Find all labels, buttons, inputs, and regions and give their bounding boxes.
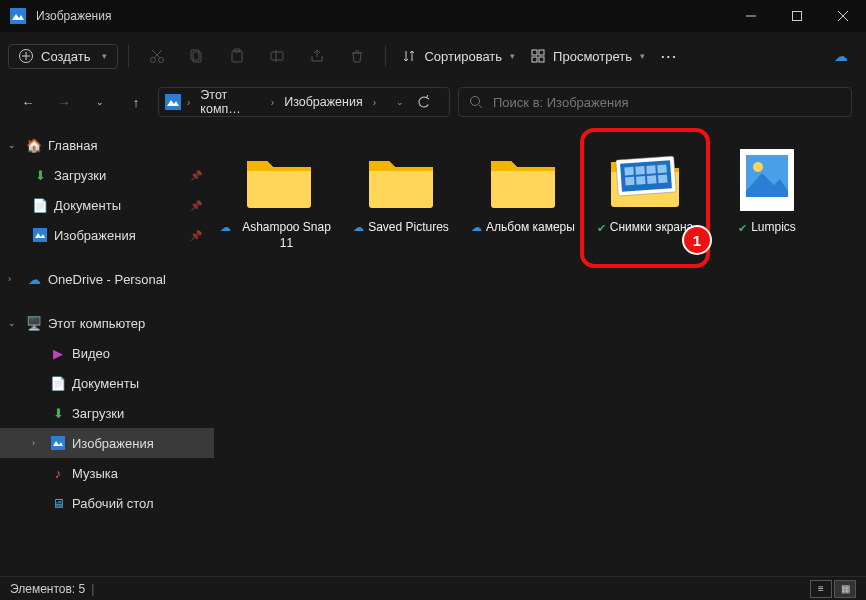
pin-icon: 📌 <box>190 170 202 181</box>
tree-label: Документы <box>54 198 121 213</box>
sort-label: Сортировать <box>424 49 502 64</box>
tree-label: Изображения <box>72 436 154 451</box>
search-input[interactable] <box>493 95 841 110</box>
svg-rect-35 <box>647 175 657 184</box>
svg-rect-16 <box>271 52 283 60</box>
crumb-pictures[interactable]: Изображения <box>280 93 367 111</box>
delete-icon[interactable] <box>339 38 375 74</box>
pictures-icon <box>32 227 48 243</box>
folder-thumb-icon <box>597 140 693 220</box>
view-button[interactable]: Просмотреть ▾ <box>525 45 651 68</box>
breadcrumb-bar[interactable]: › Этот комп… › Изображения › ⌄ <box>158 87 450 117</box>
tree-onedrive[interactable]: › ☁ OneDrive - Personal <box>0 264 214 294</box>
forward-button[interactable]: → <box>50 88 78 116</box>
svg-point-39 <box>753 162 763 172</box>
folder-icon <box>231 140 327 220</box>
crumb-separator[interactable]: › <box>185 97 192 108</box>
copy-icon[interactable] <box>179 38 215 74</box>
item-label: Альбом камеры <box>486 220 575 236</box>
minimize-button[interactable] <box>728 0 774 32</box>
folder-ashampoo[interactable]: ☁Ashampoo Snap 11 <box>220 140 338 251</box>
cloud-status-icon: ☁ <box>471 220 482 234</box>
svg-rect-18 <box>532 50 537 55</box>
chevron-right-icon[interactable]: › <box>8 274 20 284</box>
sort-icon <box>402 49 416 63</box>
close-button[interactable] <box>820 0 866 32</box>
cut-icon[interactable] <box>139 38 175 74</box>
folder-saved-pictures[interactable]: ☁Saved Pictures <box>342 140 460 251</box>
svg-point-23 <box>471 97 480 106</box>
item-label: Saved Pictures <box>368 220 449 236</box>
document-icon: 📄 <box>50 375 66 391</box>
tree-pictures[interactable]: Изображения 📌 <box>0 220 214 250</box>
rename-icon[interactable] <box>259 38 295 74</box>
paste-icon[interactable] <box>219 38 255 74</box>
tree-documents[interactable]: 📄 Документы 📌 <box>0 190 214 220</box>
svg-point-8 <box>151 58 156 63</box>
svg-line-11 <box>152 50 160 58</box>
chevron-right-icon[interactable]: › <box>32 438 44 448</box>
address-row: ← → ⌄ ↑ › Этот комп… › Изображения › ⌄ <box>0 80 866 124</box>
tree-pictures2[interactable]: › Изображения <box>0 428 214 458</box>
download-icon: ⬇ <box>50 405 66 421</box>
cloud-status-icon: ☁ <box>353 220 364 234</box>
crumb-separator[interactable]: › <box>371 97 378 108</box>
svg-rect-25 <box>33 228 47 242</box>
tree-home[interactable]: ⌄ 🏠 Главная <box>0 130 214 160</box>
recent-button[interactable]: ⌄ <box>86 88 114 116</box>
new-button[interactable]: Создать ▾ <box>8 44 118 69</box>
svg-rect-30 <box>635 166 645 175</box>
back-button[interactable]: ← <box>14 88 42 116</box>
refresh-button[interactable] <box>417 95 443 109</box>
onedrive-status-icon[interactable]: ☁ <box>834 48 848 64</box>
tree-documents2[interactable]: › 📄 Документы <box>0 368 214 398</box>
file-lumpics[interactable]: ✔Lumpics <box>708 140 826 251</box>
more-button[interactable]: ··· <box>655 45 684 68</box>
app-icon <box>10 8 26 24</box>
icons-view-button[interactable]: ▦ <box>834 580 856 598</box>
svg-rect-20 <box>532 57 537 62</box>
title-bar: Изображения <box>0 0 866 32</box>
search-box[interactable] <box>458 87 852 117</box>
svg-rect-29 <box>624 167 634 176</box>
status-bar: Элементов: 5 | ≡ ▦ <box>0 576 866 600</box>
video-icon: ▶ <box>50 345 66 361</box>
tree-label: Этот компьютер <box>48 316 145 331</box>
share-icon[interactable] <box>299 38 335 74</box>
tree-item-partial[interactable]: › <box>0 518 214 530</box>
folder-screenshots[interactable]: ✔Снимки экрана 1 <box>586 140 704 251</box>
pin-icon: 📌 <box>190 200 202 211</box>
chevron-down-icon: ▾ <box>102 51 107 61</box>
tree-music[interactable]: › ♪ Музыка <box>0 458 214 488</box>
svg-rect-32 <box>657 165 667 174</box>
separator <box>128 45 129 67</box>
crumb-thispc[interactable]: Этот комп… <box>196 86 264 118</box>
sync-status-icon: ✔ <box>738 221 747 235</box>
svg-rect-34 <box>636 176 646 185</box>
music-icon: ♪ <box>50 465 66 481</box>
chevron-down-icon: ▾ <box>640 51 645 61</box>
plus-icon <box>19 49 33 63</box>
crumb-history-button[interactable]: ⌄ <box>386 97 413 107</box>
sync-status-icon: ✔ <box>597 221 606 235</box>
separator <box>385 45 386 67</box>
item-label: Снимки экрана <box>610 220 694 236</box>
svg-line-24 <box>479 105 482 108</box>
pictures-icon <box>165 94 181 110</box>
tree-thispc[interactable]: ⌄ 🖥️ Этот компьютер <box>0 308 214 338</box>
tree-video[interactable]: › ▶ Видео <box>0 338 214 368</box>
maximize-button[interactable] <box>774 0 820 32</box>
tree-downloads[interactable]: ⬇ Загрузки 📌 <box>0 160 214 190</box>
folder-camera-album[interactable]: ☁Альбом камеры <box>464 140 582 251</box>
pc-icon: 🖥️ <box>26 315 42 331</box>
chevron-down-icon[interactable]: ⌄ <box>8 318 20 328</box>
up-button[interactable]: ↑ <box>122 88 150 116</box>
content-pane[interactable]: ☁Ashampoo Snap 11 ☁Saved Pictures ☁Альбо… <box>214 124 866 576</box>
tree-downloads2[interactable]: › ⬇ Загрузки <box>0 398 214 428</box>
chevron-down-icon[interactable]: ⌄ <box>8 140 20 150</box>
details-view-button[interactable]: ≡ <box>810 580 832 598</box>
sort-button[interactable]: Сортировать ▾ <box>396 45 521 68</box>
tree-label: Загрузки <box>54 168 106 183</box>
tree-desktop[interactable]: › 🖥 Рабочий стол <box>0 488 214 518</box>
crumb-separator[interactable]: › <box>269 97 276 108</box>
